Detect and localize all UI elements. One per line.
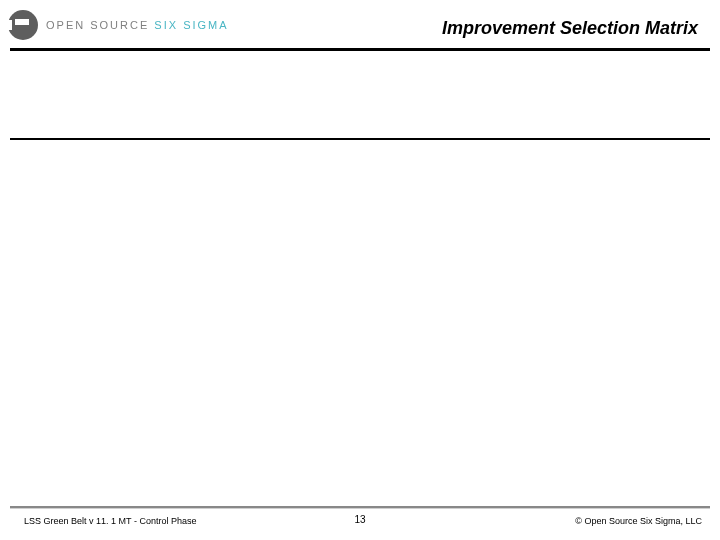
brand-primary: OPEN SOURCE <box>46 19 149 31</box>
brand-logo-icon <box>8 10 38 40</box>
slide-header: OPEN SOURCE SIX SIGMA Improvement Select… <box>0 0 720 54</box>
footer-divider <box>10 506 710 508</box>
slide-title: Improvement Selection Matrix <box>442 18 698 39</box>
slide: OPEN SOURCE SIX SIGMA Improvement Select… <box>0 0 720 540</box>
slide-footer: LSS Green Belt v 11. 1 MT - Control Phas… <box>0 506 720 540</box>
brand-block: OPEN SOURCE SIX SIGMA <box>8 10 229 40</box>
brand-text: OPEN SOURCE SIX SIGMA <box>46 19 229 31</box>
brand-accent: SIX SIGMA <box>154 19 228 31</box>
header-divider <box>10 48 710 51</box>
footer-copyright: © Open Source Six Sigma, LLC <box>575 516 702 526</box>
content-divider <box>10 138 710 140</box>
